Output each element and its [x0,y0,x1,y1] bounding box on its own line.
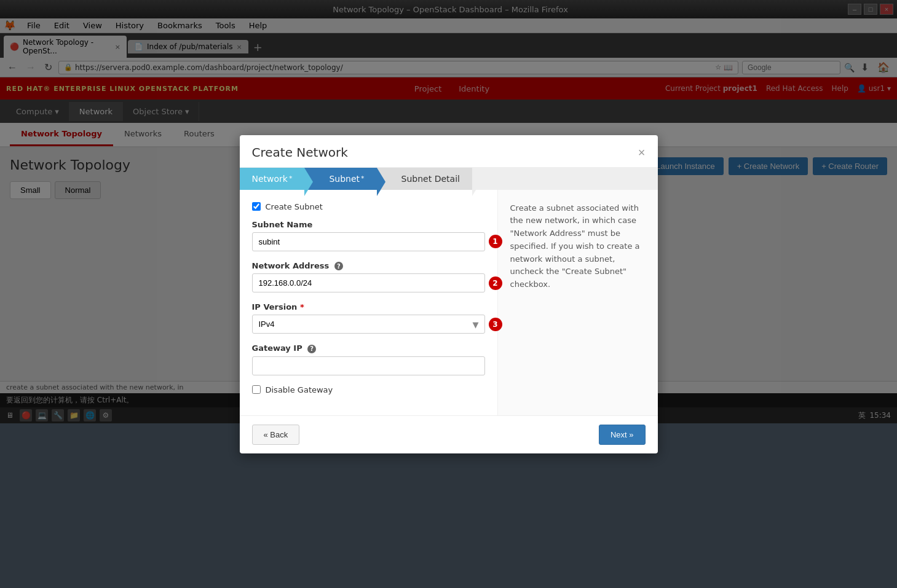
network-address-help-icon[interactable]: ? [334,262,343,270]
subnet-name-label: Subnet Name [252,220,485,229]
create-subnet-label[interactable]: Create Subnet [266,202,323,211]
ip-version-group: IP Version * IPv4 IPv6 ▼ 3 [252,302,485,334]
modal-overlay: Create Network × Network * Subnet * Subn… [0,0,897,423]
network-address-label: Network Address ? [252,261,485,271]
wizard-step-subnet-detail[interactable]: Subnet Detail [377,168,472,190]
ip-version-select[interactable]: IPv4 IPv6 [252,315,485,334]
gateway-ip-label: Gateway IP ? [252,343,485,353]
subnet-name-group: Subnet Name 1 [252,220,485,251]
ip-version-badge: 3 [485,318,502,331]
modal-title: Create Network [252,145,348,160]
modal-description-text: Create a subnet associated with the new … [510,202,646,292]
create-subnet-checkbox[interactable] [252,202,261,211]
ip-version-select-wrapper: IPv4 IPv6 ▼ 3 [252,315,485,334]
subnet-name-input-wrapper: 1 [252,232,485,251]
subnet-name-badge: 1 [485,235,502,248]
gateway-ip-help-icon[interactable]: ? [307,345,316,353]
network-address-input-wrapper: 2 [252,273,485,292]
gateway-ip-input[interactable] [252,356,485,375]
disable-gateway-label[interactable]: Disable Gateway [266,385,333,394]
modal-body: Create Subnet Subnet Name 1 Network [240,190,658,415]
create-network-modal: Create Network × Network * Subnet * Subn… [240,135,658,424]
network-address-badge: 2 [485,276,502,290]
disable-gateway-check: Disable Gateway [252,385,485,394]
network-address-input[interactable] [252,273,485,292]
ip-version-label: IP Version * [252,302,485,312]
wizard-step-network[interactable]: Network * [240,168,305,190]
modal-header: Create Network × [240,135,658,168]
disable-gateway-checkbox[interactable] [252,385,261,394]
wizard-step-subnet[interactable]: Subnet * [304,168,376,190]
create-subnet-check: Create Subnet [252,202,485,211]
wizard-steps: Network * Subnet * Subnet Detail [240,168,658,190]
modal-description: Create a subnet associated with the new … [498,190,658,415]
gateway-ip-group: Gateway IP ? [252,343,485,375]
modal-footer: « Back Next » [240,415,658,424]
modal-form: Create Subnet Subnet Name 1 Network [240,190,498,415]
network-address-group: Network Address ? 2 [252,261,485,293]
subnet-name-input[interactable] [252,232,485,251]
modal-close-button[interactable]: × [638,146,646,159]
